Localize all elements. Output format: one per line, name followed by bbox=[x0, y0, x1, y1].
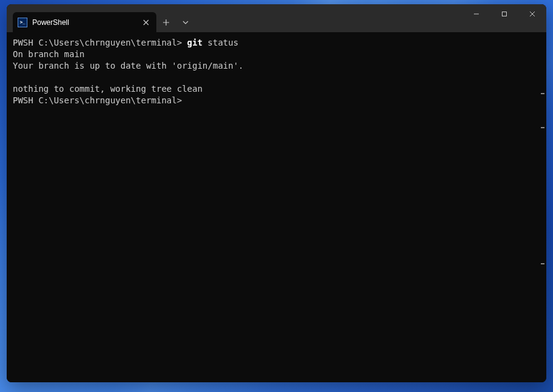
close-icon bbox=[529, 11, 535, 17]
tab-actions bbox=[156, 12, 195, 32]
new-tab-button[interactable] bbox=[156, 13, 176, 32]
plus-icon bbox=[162, 19, 170, 26]
terminal-window: PowerShell PWSH C:\Users\chrnguy bbox=[7, 4, 546, 382]
terminal-line: PWSH C:\Users\chrnguyen\terminal> bbox=[13, 95, 540, 106]
terminal-line: Your branch is up to date with 'origin/m… bbox=[13, 60, 540, 72]
terminal-output[interactable]: PWSH C:\Users\chrnguyen\terminal> git st… bbox=[7, 32, 546, 382]
scroll-marks bbox=[541, 32, 544, 382]
powershell-icon bbox=[18, 18, 27, 27]
title-bar[interactable]: PowerShell bbox=[7, 4, 546, 32]
terminal-line bbox=[13, 72, 540, 83]
terminal-line: PWSH C:\Users\chrnguyen\terminal> git st… bbox=[13, 37, 540, 49]
terminal-line: nothing to commit, working tree clean bbox=[13, 83, 540, 95]
chevron-down-icon bbox=[183, 21, 189, 24]
tab-powershell[interactable]: PowerShell bbox=[13, 12, 156, 32]
window-controls bbox=[462, 4, 546, 24]
tab-close-button[interactable] bbox=[141, 17, 151, 28]
tab-title: PowerShell bbox=[32, 18, 141, 27]
svg-rect-0 bbox=[503, 12, 507, 16]
maximize-icon bbox=[501, 11, 507, 17]
minimize-icon bbox=[473, 11, 479, 17]
close-icon bbox=[143, 19, 149, 26]
terminal-line: On branch main bbox=[13, 49, 540, 60]
close-window-button[interactable] bbox=[518, 4, 546, 24]
tab-dropdown-button[interactable] bbox=[176, 13, 195, 32]
minimize-button[interactable] bbox=[462, 4, 490, 24]
maximize-button[interactable] bbox=[490, 4, 518, 24]
